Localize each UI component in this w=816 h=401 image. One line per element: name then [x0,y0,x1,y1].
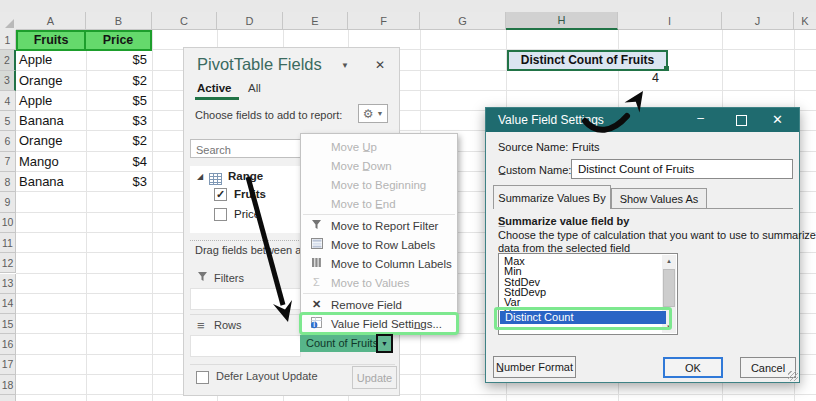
field-checkbox-fruits[interactable] [214,188,227,201]
custom-name-input[interactable]: Distinct Count of Fruits [571,159,793,179]
row-header-15[interactable]: 15 [0,314,16,334]
column-header-C[interactable]: C [152,12,217,30]
minimize-icon[interactable]: – [697,111,704,125]
chevron-down-icon: ▼ [381,340,388,347]
menu-item-value-field-settin-gs[interactable]: iValue Field Settin̲gs... [301,314,457,333]
scrollbar-thumb[interactable] [663,269,675,307]
menu-item-move-to-report-filter[interactable]: Move to Report Filter [301,216,457,235]
row-header-13[interactable]: 13 [0,274,16,294]
pill-dropdown-button[interactable]: ▼ [376,334,393,353]
row-header-7[interactable]: 7 [0,152,16,172]
column-header-H[interactable]: H [506,12,618,30]
fruit-cell: Apple [19,91,85,111]
pivot-header-cell[interactable]: Distinct Count of Fruits [507,50,668,71]
menu-item-label: Move to E̲nd [326,198,396,210]
update-button[interactable]: Update [352,366,397,389]
row-header-16[interactable]: 16 [0,334,16,354]
filters-drop-area[interactable] [190,288,301,310]
list-item-stddevp[interactable]: StdDevp [499,287,664,297]
tab-summarize-values-by[interactable]: Summarize Values By [493,185,611,209]
dialog-titlebar[interactable]: Value Field Settings – ✕ [486,108,799,132]
rows-drop-area[interactable] [190,335,301,357]
tab-show-values-as[interactable]: Show Values As [611,188,707,208]
column-header-B[interactable]: B [86,12,152,30]
column-header-J[interactable]: J [722,12,794,30]
panel-options-caret-icon[interactable]: ▼ [341,61,349,70]
rows-lines-icon: ≡ [197,318,205,333]
menu-item-label: Move to Beginning [326,179,426,191]
select-all-corner[interactable] [0,12,17,31]
panel-close-icon[interactable]: ✕ [375,58,385,72]
menu-item-label: Move U̲p [326,141,377,153]
column-header-A[interactable]: A [16,12,86,30]
menu-item-move-d-own[interactable]: Move D̲own [301,156,457,175]
row-header-10[interactable]: 10 [0,213,16,233]
row-header-11[interactable]: 11 [0,233,16,253]
fruit-cell: Apple [19,50,85,70]
row-header-17[interactable]: 17 [0,355,16,375]
menu-item-move-to-e-nd[interactable]: Move to E̲nd [301,194,457,213]
menu-item-move-to-column-labels[interactable]: Move to Column Labels [301,254,457,273]
menu-item-move-to-values[interactable]: ΣMove to Values [301,273,457,292]
row-header-5[interactable]: 5 [0,111,16,131]
ok-button[interactable]: OK [663,357,723,378]
fruit-cell: Mango [19,152,85,172]
scroll-up-icon[interactable]: ▲ [662,255,676,267]
svg-text:i: i [313,321,315,328]
defer-layout-checkbox[interactable] [196,371,209,384]
fruit-cell: Banana [19,172,85,192]
resize-grip[interactable] [788,371,798,381]
menu-item-label: Move to Row Labels [326,239,435,251]
row-header-6[interactable]: 6 [0,131,16,151]
description-line1: Choose the type of calculation that you … [498,229,816,241]
row-header-partial[interactable] [0,395,16,401]
footer-divider [190,364,395,365]
menu-item-label: Move D̲own [326,160,392,172]
column-header-G[interactable]: G [420,12,506,30]
sigma-icon: Σ [307,277,326,288]
column-header-F[interactable]: F [348,12,420,30]
menu-item-remove-field[interactable]: ✕Remove Field [301,295,457,314]
tab-all[interactable]: All [248,82,261,94]
field-tree-root-label: Range [228,170,263,182]
annotation-box-distinct-count [494,307,672,330]
field-checkbox-price[interactable] [214,208,227,221]
column-header-D[interactable]: D [217,12,283,30]
menu-separator [303,293,455,294]
row-header-18[interactable]: 18 [0,375,16,395]
row-header-2[interactable]: 2 [0,50,16,70]
menu-item-move-u-p[interactable]: Move U̲p [301,137,457,156]
row-header-8[interactable]: 8 [0,172,16,192]
row-header-9[interactable]: 9 [0,192,16,212]
column-header-K[interactable]: K [794,12,816,30]
pivot-value-cell[interactable]: 4 [507,71,659,85]
list-item-max[interactable]: Max [499,256,664,266]
menu-item-label: Move to Values [326,277,409,289]
dialog-title: Value Field Settings [498,113,604,127]
columns-icon [307,257,326,270]
table-header-price: Price [86,30,152,51]
close-icon[interactable]: ✕ [772,112,783,127]
maximize-icon[interactable] [736,115,747,126]
expand-triangle-icon[interactable]: ◢ [197,172,203,181]
tools-gear-button[interactable]: ⚙ ▼ [358,104,388,123]
list-item-var[interactable]: Var [499,297,664,307]
cell-fill-handle[interactable] [664,66,669,71]
menu-item-label: Move to Column Labels [326,258,452,270]
row-header-1[interactable]: 1 [0,30,16,50]
column-header-I[interactable]: I [618,12,722,30]
menu-item-move-to-row-labels[interactable]: Move to Row Labels [301,235,457,254]
select-all-triangle [5,19,14,28]
count-of-fruits-pill[interactable]: Count of Fruits [300,335,382,352]
menu-item-label: Remove Field [326,299,402,311]
row-header-12[interactable]: 12 [0,253,16,273]
fruit-cell: Orange [19,71,85,91]
column-header-E[interactable]: E [283,12,348,30]
tab-active[interactable]: Active [197,82,232,94]
row-header-3[interactable]: 3 [0,71,16,91]
rows-area-label: Rows [214,319,242,331]
number-format-button[interactable]: N̲umber Format [493,356,576,378]
row-header-4[interactable]: 4 [0,91,16,111]
menu-item-move-to-beginning[interactable]: Move to Beginning [301,175,457,194]
row-header-14[interactable]: 14 [0,294,16,314]
